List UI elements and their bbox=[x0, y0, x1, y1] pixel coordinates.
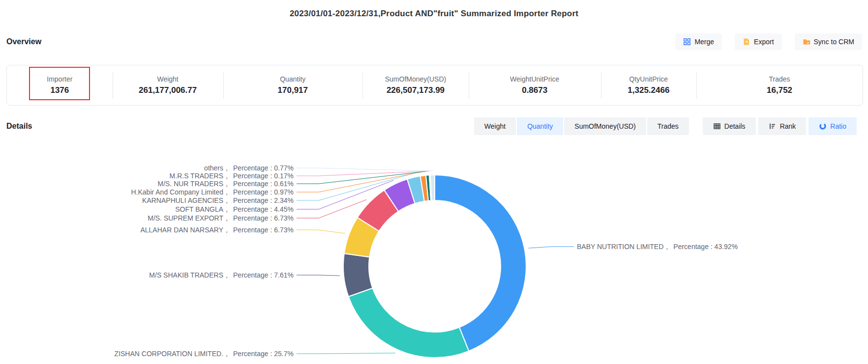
tab-details-label: Details bbox=[724, 122, 746, 130]
donut-icon bbox=[819, 122, 827, 130]
chart-label-1: ZISHAN CORPORATION LIMITED.，Percentage :… bbox=[115, 349, 294, 359]
details-heading: Details bbox=[6, 122, 32, 131]
merge-icon bbox=[683, 38, 691, 46]
stat-quantity: Quantity 170,917 bbox=[223, 65, 363, 105]
rank-icon bbox=[769, 122, 777, 130]
stat-label: Weight bbox=[157, 75, 178, 83]
label-line-10 bbox=[297, 168, 432, 171]
stat-label: QtyUnitPrice bbox=[629, 75, 668, 83]
stat-value: 170,917 bbox=[278, 85, 308, 95]
label-line-2 bbox=[297, 275, 340, 276]
overview-stats-card: Importer 1376 Weight 261,177,006.77 Quan… bbox=[6, 65, 863, 106]
stat-value: 226,507,173.99 bbox=[387, 85, 445, 95]
stat-label: Trades bbox=[769, 75, 790, 83]
report-page: 2023/01/01-2023/12/31,Product AND"fruit"… bbox=[0, 0, 868, 364]
importer-ratio-donut-chart: BABY NUTRITION LIMITED，Percentage : 43.9… bbox=[0, 138, 868, 364]
stat-trades: Trades 16,752 bbox=[696, 65, 863, 105]
label-line-3 bbox=[297, 230, 345, 233]
chart-label-6: KARNAPHULI AGENCIES，Percentage : 2.34% bbox=[142, 196, 294, 205]
stat-weight: Weight 261,177,006.77 bbox=[113, 65, 223, 105]
tab-ratio-label: Ratio bbox=[830, 122, 846, 130]
stat-value: 261,177,006.77 bbox=[139, 85, 197, 95]
chart-label-0: BABY NUTRITION LIMITED，Percentage : 43.9… bbox=[577, 242, 738, 252]
overview-heading: Overview bbox=[6, 37, 41, 46]
donut-slice-zishan-corporation-limited[interactable] bbox=[349, 288, 469, 358]
stat-qty-unit-price: QtyUnitPrice 1,325.2466 bbox=[601, 65, 697, 105]
merge-button-label: Merge bbox=[694, 38, 714, 46]
stat-label: WeightUnitPrice bbox=[510, 75, 559, 83]
export-button-label: Export bbox=[754, 38, 774, 46]
chart-label-10: others，Percentage : 0.77% bbox=[204, 163, 294, 173]
sync-to-crm-button[interactable]: Sync to CRM bbox=[795, 33, 862, 50]
metric-tab-group: Weight Quantity SumOfMoney(USD) Trades bbox=[474, 117, 689, 135]
chart-label-4: M/S. SUPREM EXPORT，Percentage : 6.73% bbox=[148, 213, 294, 223]
action-buttons: Merge Export Sync to CRM bbox=[675, 33, 862, 50]
stat-weight-unit-price: WeightUnitPrice 0.8673 bbox=[469, 65, 601, 105]
chart-label-7: H.Kabir And Company Limited，Percentage :… bbox=[131, 187, 294, 197]
donut-slice-baby-nutrition-limited[interactable] bbox=[435, 175, 526, 351]
merge-button[interactable]: Merge bbox=[675, 33, 722, 50]
tab-quantity[interactable]: Quantity bbox=[517, 117, 563, 135]
donut-slice-others[interactable] bbox=[430, 175, 435, 200]
tab-ratio-view[interactable]: Ratio bbox=[808, 117, 857, 135]
chart-label-5: SOFT BANGLA，Percentage : 4.45% bbox=[175, 204, 294, 214]
stat-sum-of-money: SumOfMoney(USD) 226,507,173.99 bbox=[362, 65, 469, 105]
label-line-0 bbox=[528, 247, 574, 248]
chart-label-3: ALLAHAR DAN NARSARY，Percentage : 6.73% bbox=[140, 225, 294, 235]
tab-weight[interactable]: Weight bbox=[474, 117, 516, 135]
stat-importer: Importer 1376 bbox=[7, 65, 113, 105]
stat-value: 1376 bbox=[50, 85, 69, 95]
donut-chart-svg bbox=[0, 138, 868, 364]
stat-label: SumOfMoney(USD) bbox=[385, 75, 446, 83]
table-icon bbox=[713, 122, 721, 130]
donut-slice-m-s-shakib-traders[interactable] bbox=[343, 253, 373, 297]
stat-label: Importer bbox=[47, 75, 72, 83]
stat-value: 1,325.2466 bbox=[628, 85, 669, 95]
tab-sum-of-money[interactable]: SumOfMoney(USD) bbox=[564, 117, 646, 135]
tab-rank-view[interactable]: Rank bbox=[758, 117, 807, 135]
label-line-1 bbox=[297, 353, 395, 354]
sync-to-crm-button-label: Sync to CRM bbox=[814, 38, 854, 46]
export-button[interactable]: Export bbox=[735, 33, 781, 50]
stat-label: Quantity bbox=[280, 75, 305, 83]
view-tab-group: Details Rank Ratio bbox=[703, 117, 857, 135]
stat-value: 0.8673 bbox=[522, 85, 547, 95]
page-title: 2023/01/01-2023/12/31,Product AND"fruit"… bbox=[0, 0, 868, 19]
overview-header: Overview Merge Export Sync to CRM bbox=[6, 33, 862, 50]
tab-trades[interactable]: Trades bbox=[647, 117, 689, 135]
sync-crm-icon bbox=[803, 38, 810, 46]
details-header: Details Weight Quantity SumOfMoney(USD) … bbox=[6, 117, 857, 135]
stat-value: 16,752 bbox=[767, 85, 792, 95]
export-icon bbox=[743, 38, 750, 46]
chart-label-2: M/S SHAKIB TRADERS，Percentage : 7.61% bbox=[149, 270, 294, 280]
label-line-4 bbox=[297, 199, 366, 218]
tab-rank-label: Rank bbox=[780, 122, 796, 130]
tab-details-view[interactable]: Details bbox=[703, 117, 756, 135]
